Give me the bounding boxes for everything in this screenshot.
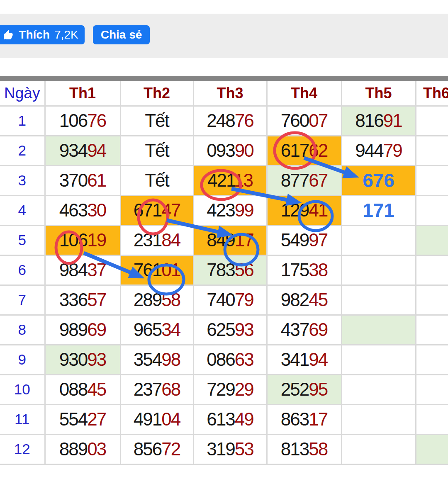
result-cell: 76101 xyxy=(120,255,193,285)
day-number: 11 xyxy=(0,404,45,434)
lottery-results-table: Ngày Th1 Th2 Th3 Th4 Th5 Th6 110676Tết24… xyxy=(0,81,448,465)
result-cell: 31953 xyxy=(193,434,267,464)
result-cell xyxy=(341,315,416,345)
result-cell: 98245 xyxy=(267,285,341,315)
result-cell: 78356 xyxy=(193,255,267,285)
table-row: 446330671474239912941171 xyxy=(0,195,448,225)
table-row: 337061Tết4211387767676 xyxy=(0,165,448,195)
result-cell: 98437 xyxy=(45,255,120,285)
result-cell: 61762 xyxy=(267,136,341,165)
result-cell: Tết xyxy=(120,106,193,136)
table-row: 898969965346259343769 xyxy=(0,315,448,345)
prediction-cell: 676 xyxy=(341,165,416,195)
result-cell: 12941 xyxy=(267,195,341,225)
result-cell xyxy=(341,374,416,404)
table-row: 993093354980866334194 xyxy=(0,345,448,374)
result-cell: 86317 xyxy=(267,404,341,434)
result-cell xyxy=(341,255,416,285)
day-number: 12 xyxy=(0,434,45,464)
table-row: 733657289587407998245 xyxy=(0,285,448,315)
result-cell: 85672 xyxy=(120,434,193,464)
result-cell: 23184 xyxy=(120,225,193,255)
result-cell: 25295 xyxy=(267,374,341,404)
result-cell: 33657 xyxy=(45,285,120,315)
day-number: 5 xyxy=(0,225,45,255)
result-cell: 09390 xyxy=(193,136,267,165)
result-cell: 67147 xyxy=(120,195,193,225)
result-cell: 28958 xyxy=(120,285,193,315)
result-cell xyxy=(341,404,416,434)
result-cell: 46330 xyxy=(45,195,120,225)
table-row: 510619231848491754997 xyxy=(0,225,448,255)
result-cell xyxy=(416,374,448,404)
result-cell xyxy=(416,255,448,285)
result-cell: 10676 xyxy=(45,106,120,136)
share-button[interactable]: Chia sẻ xyxy=(93,25,150,44)
result-cell xyxy=(341,225,416,255)
like-count: 7,2K xyxy=(54,28,78,41)
result-cell: 88903 xyxy=(45,434,120,464)
day-number: 8 xyxy=(0,315,45,345)
result-cell: Tết xyxy=(120,165,193,195)
result-cell: 34194 xyxy=(267,345,341,374)
result-cell xyxy=(416,136,448,165)
result-cell xyxy=(341,434,416,464)
like-button[interactable]: Thích 7,2K xyxy=(0,25,85,44)
facebook-buttons: Thích 7,2K Chia sẻ xyxy=(0,25,150,44)
column-header-month: Th2 xyxy=(120,81,193,106)
day-number: 7 xyxy=(0,285,45,315)
table-row: 1155427491046134986317 xyxy=(0,404,448,434)
result-cell xyxy=(341,345,416,374)
results-table-body: 110676Tết248767600781691293494Tết0939061… xyxy=(0,106,448,464)
table-top-bar xyxy=(0,76,448,81)
column-header-day: Ngày xyxy=(0,81,45,106)
column-header-month: Th5 xyxy=(341,81,416,106)
day-number: 1 xyxy=(0,106,45,136)
result-cell: 35498 xyxy=(120,345,193,374)
result-cell xyxy=(341,285,416,315)
result-cell: 37061 xyxy=(45,165,120,195)
result-cell xyxy=(416,345,448,374)
prediction-cell: 171 xyxy=(341,195,416,225)
result-cell xyxy=(416,404,448,434)
result-cell xyxy=(416,315,448,345)
result-cell xyxy=(416,285,448,315)
column-header-month: Th6 xyxy=(416,81,448,106)
result-cell: 98969 xyxy=(45,315,120,345)
result-cell xyxy=(416,434,448,464)
result-cell xyxy=(416,106,448,136)
result-cell: 17538 xyxy=(267,255,341,285)
result-cell: 93494 xyxy=(45,136,120,165)
table-row: 110676Tết248767600781691 xyxy=(0,106,448,136)
result-cell: 72929 xyxy=(193,374,267,404)
result-cell: 87767 xyxy=(267,165,341,195)
result-cell: 08663 xyxy=(193,345,267,374)
results-table-section: Ngày Th1 Th2 Th3 Th4 Th5 Th6 110676Tết24… xyxy=(0,76,448,465)
day-number: 6 xyxy=(0,255,45,285)
result-cell: 42399 xyxy=(193,195,267,225)
result-cell: 96534 xyxy=(120,315,193,345)
result-cell: 10619 xyxy=(45,225,120,255)
table-row: 1008845237687292925295 xyxy=(0,374,448,404)
result-cell: 61349 xyxy=(193,404,267,434)
result-cell: 81358 xyxy=(267,434,341,464)
result-cell: 42113 xyxy=(193,165,267,195)
result-cell: 62593 xyxy=(193,315,267,345)
result-cell: 08845 xyxy=(45,374,120,404)
thumbs-up-icon xyxy=(3,29,14,41)
result-cell: Tết xyxy=(120,136,193,165)
result-cell: 23768 xyxy=(120,374,193,404)
day-number: 4 xyxy=(0,195,45,225)
result-cell: 55427 xyxy=(45,404,120,434)
column-header-month: Th4 xyxy=(267,81,341,106)
day-number: 3 xyxy=(0,165,45,195)
result-cell: 43769 xyxy=(267,315,341,345)
result-cell xyxy=(416,165,448,195)
result-cell: 74079 xyxy=(193,285,267,315)
result-cell: 81691 xyxy=(341,106,416,136)
result-cell xyxy=(416,225,448,255)
like-label: Thích xyxy=(19,28,50,41)
result-cell: 76007 xyxy=(267,106,341,136)
result-cell: 93093 xyxy=(45,345,120,374)
header-row: Ngày Th1 Th2 Th3 Th4 Th5 Th6 xyxy=(0,81,448,106)
